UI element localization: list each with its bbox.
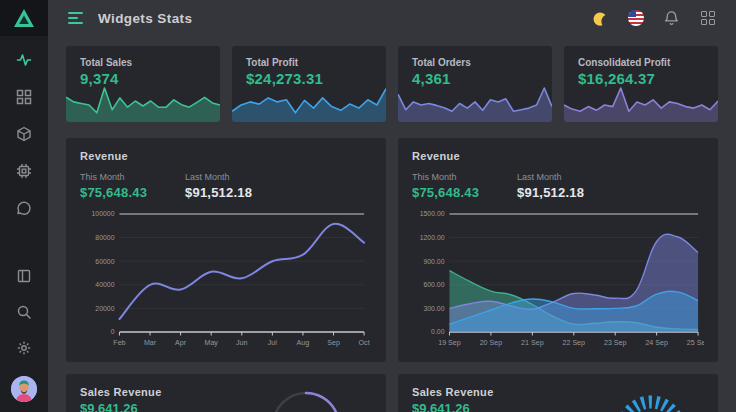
sidebar-nav-bottom: [11, 268, 37, 402]
content: Total Sales 9,374 Total Profit $24,273.3…: [48, 36, 736, 412]
last-month-block: Last Month $91,512.18: [185, 172, 252, 200]
language-selector[interactable]: [627, 10, 644, 27]
settings-icon: [16, 340, 32, 356]
user-avatar[interactable]: [11, 376, 37, 402]
sales-revenue-row: Sales Revenue $9,641.26 Sales Revenue $9…: [66, 374, 718, 412]
stat-card-total-orders: Total Orders 4,361: [398, 46, 552, 122]
stat-label: Total Orders: [412, 57, 538, 68]
card-title: Revenue: [80, 150, 372, 162]
sidebar: [0, 0, 48, 412]
sidebar-item-dashboard[interactable]: [16, 89, 32, 105]
us-flag-icon: [628, 10, 644, 26]
svg-text:25 Sep: 25 Sep: [687, 339, 704, 347]
svg-text:0.00: 0.00: [431, 328, 445, 335]
svg-text:0: 0: [111, 328, 115, 335]
sales-revenue-card-2: Sales Revenue $9,641.26: [398, 374, 718, 412]
svg-text:100000: 100000: [92, 210, 115, 217]
activity-icon: [16, 52, 32, 68]
notifications-button[interactable]: [663, 10, 680, 27]
svg-text:Oct: Oct: [359, 339, 370, 347]
last-month-label: Last Month: [517, 172, 584, 182]
svg-text:22 Sep: 22 Sep: [563, 339, 586, 347]
this-month-value: $75,648.43: [80, 185, 147, 200]
svg-text:21 Sep: 21 Sep: [521, 339, 544, 347]
last-month-value: $91,512.18: [517, 185, 584, 200]
package-icon: [16, 126, 32, 142]
sparkline-chart: [564, 84, 718, 122]
revenue-card-line: Revenue This Month $75,648.43 Last Month…: [66, 138, 386, 362]
last-month-label: Last Month: [185, 172, 252, 182]
svg-text:Feb: Feb: [113, 339, 125, 347]
revenue-area-chart: 0.00300.00600.00900.001200.001500.0019 S…: [412, 204, 704, 354]
card-title: Revenue: [412, 150, 704, 162]
svg-text:600.00: 600.00: [423, 281, 444, 288]
stat-label: Consolidated Profit: [578, 57, 704, 68]
svg-text:20000: 20000: [95, 305, 114, 312]
sidebar-item-system[interactable]: [16, 163, 32, 179]
sidebar-item-search[interactable]: [16, 304, 32, 320]
this-month-label: This Month: [412, 172, 479, 182]
svg-text:23 Sep: 23 Sep: [604, 339, 627, 347]
svg-text:80000: 80000: [95, 234, 114, 241]
topbar-icons: [591, 10, 716, 27]
dashboard-grid-icon: [16, 89, 32, 105]
stat-cards-row: Total Sales 9,374 Total Profit $24,273.3…: [66, 46, 718, 122]
svg-text:May: May: [204, 339, 218, 347]
ring-gauge-chart: [268, 384, 344, 412]
svg-text:60000: 60000: [95, 258, 114, 265]
sales-revenue-card-1: Sales Revenue $9,641.26: [66, 374, 386, 412]
chat-bubble-icon: [16, 200, 32, 216]
layout-icon: [16, 268, 32, 284]
sparkline-chart: [66, 84, 220, 122]
last-month-block: Last Month $91,512.18: [517, 172, 584, 200]
svg-text:24 Sep: 24 Sep: [645, 339, 668, 347]
sidebar-item-layout[interactable]: [16, 268, 32, 284]
svg-text:20 Sep: 20 Sep: [480, 339, 503, 347]
svg-text:1200.00: 1200.00: [420, 234, 445, 241]
this-month-value: $75,648.43: [412, 185, 479, 200]
svg-text:Aug: Aug: [297, 339, 310, 347]
revenue-row: Revenue This Month $75,648.43 Last Month…: [66, 138, 718, 362]
sidebar-nav-top: [16, 52, 32, 216]
svg-text:300.00: 300.00: [423, 305, 444, 312]
stat-card-total-sales: Total Sales 9,374: [66, 46, 220, 122]
page-title: Widgets Stats: [98, 11, 192, 26]
this-month-block: This Month $75,648.43: [80, 172, 147, 200]
header: Widgets Stats: [48, 0, 736, 36]
revenue-card-area: Revenue This Month $75,648.43 Last Month…: [398, 138, 718, 362]
svg-text:1500.00: 1500.00: [420, 210, 445, 217]
this-month-block: This Month $75,648.43: [412, 172, 479, 200]
this-month-label: This Month: [80, 172, 147, 182]
svg-text:Apr: Apr: [175, 339, 187, 347]
svg-text:Sep: Sep: [327, 339, 340, 347]
svg-text:Jun: Jun: [236, 339, 247, 347]
cpu-icon: [16, 163, 32, 179]
sidebar-item-messages[interactable]: [16, 200, 32, 216]
sparkline-chart: [398, 84, 552, 122]
stat-label: Total Sales: [80, 57, 206, 68]
stat-label: Total Profit: [246, 57, 372, 68]
moon-icon: [592, 11, 607, 26]
svg-text:Mar: Mar: [144, 339, 157, 347]
svg-text:40000: 40000: [95, 281, 114, 288]
grid-menu-icon: [701, 11, 715, 25]
dark-mode-toggle[interactable]: [591, 10, 608, 27]
app-logo[interactable]: [0, 0, 48, 36]
stat-card-total-profit: Total Profit $24,273.31: [232, 46, 386, 122]
svg-text:19 Sep: 19 Sep: [438, 339, 461, 347]
sidebar-item-products[interactable]: [16, 126, 32, 142]
sparkline-chart: [232, 84, 386, 122]
apps-menu-button[interactable]: [699, 10, 716, 27]
logo-triangle-icon: [13, 8, 35, 28]
tick-gauge-chart: [606, 380, 696, 412]
svg-text:900.00: 900.00: [423, 258, 444, 265]
avatar-illustration: [11, 376, 37, 402]
search-icon: [16, 304, 32, 320]
sidebar-item-activity[interactable]: [16, 52, 32, 68]
stat-card-consolidated-profit: Consolidated Profit $16,264.37: [564, 46, 718, 122]
sidebar-item-settings[interactable]: [16, 340, 32, 356]
revenue-stats: This Month $75,648.43 Last Month $91,512…: [412, 172, 704, 200]
menu-toggle[interactable]: [68, 12, 84, 24]
bell-icon: [664, 11, 679, 26]
svg-text:Jul: Jul: [268, 339, 277, 347]
